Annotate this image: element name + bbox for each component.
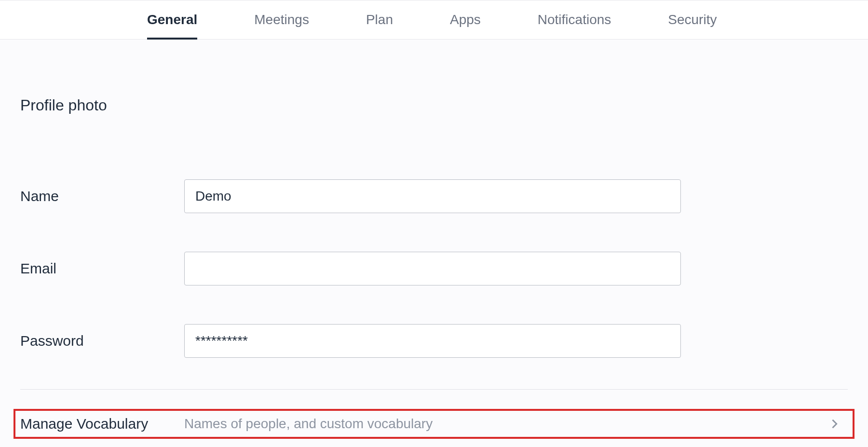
tab-security[interactable]: Security	[668, 0, 717, 40]
tabs-bar: General Meetings Plan Apps Notifications…	[0, 0, 868, 40]
password-label: Password	[20, 333, 184, 349]
content-area: Profile photo Name Email Password Manage…	[0, 96, 868, 439]
password-row: Password	[20, 324, 848, 358]
tab-apps[interactable]: Apps	[450, 0, 481, 40]
tab-meetings[interactable]: Meetings	[254, 0, 309, 40]
manage-vocabulary-title: Manage Vocabulary	[20, 415, 184, 433]
name-row: Name	[20, 179, 848, 213]
divider	[20, 389, 848, 390]
tab-notifications[interactable]: Notifications	[538, 0, 611, 40]
tab-plan[interactable]: Plan	[366, 0, 393, 40]
profile-photo-label: Profile photo	[20, 96, 848, 114]
password-input[interactable]	[184, 324, 681, 358]
chevron-right-icon	[827, 417, 841, 431]
name-input[interactable]	[184, 179, 681, 213]
manage-vocabulary-description: Names of people, and custom vocabulary	[184, 416, 827, 432]
email-row: Email	[20, 252, 848, 285]
email-label: Email	[20, 260, 184, 277]
name-label: Name	[20, 188, 184, 204]
tab-general[interactable]: General	[147, 0, 197, 40]
manage-vocabulary-row[interactable]: Manage Vocabulary Names of people, and c…	[14, 409, 854, 439]
email-input[interactable]	[184, 252, 681, 285]
